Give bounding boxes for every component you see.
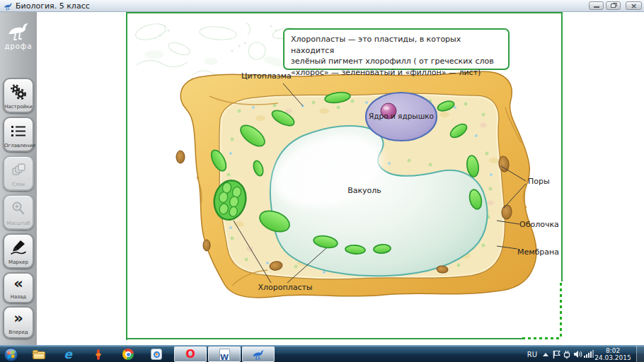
- sidebar: дрофа Настройки: [0, 12, 37, 345]
- speaker-icon: [573, 350, 582, 358]
- layers-button: Слои: [3, 156, 34, 191]
- taskbar: e O W RU: [0, 345, 644, 362]
- plug-icon: [563, 350, 571, 359]
- chrome-icon: [122, 349, 134, 360]
- label-cytoplasm: Цитоплазма: [241, 71, 292, 81]
- app-icon: [4, 1, 13, 11]
- close-icon: ×: [626, 1, 641, 11]
- minimize-button[interactable]: [589, 1, 604, 10]
- marker-button[interactable]: Маркер: [3, 233, 34, 269]
- gears-icon: [4, 82, 33, 102]
- label-pores: Поры: [528, 177, 550, 186]
- start-button[interactable]: [1, 346, 20, 362]
- taskbar-chrome-button[interactable]: [119, 346, 137, 362]
- opera-icon: O: [185, 349, 195, 360]
- taskbar-opera-button[interactable]: O: [174, 346, 207, 362]
- info-box: Хлоропласты — это пластиды, в которых на…: [283, 28, 510, 70]
- internet-explorer-icon: e: [64, 349, 72, 361]
- minimize-icon: [594, 6, 599, 8]
- app-body: дрофа Настройки: [0, 12, 644, 345]
- flag-icon: [553, 350, 560, 359]
- layers-label: Слои: [4, 182, 33, 187]
- zoom-label: Масштаб: [4, 221, 33, 226]
- frame-bottom-dotted: [522, 337, 561, 339]
- taskbar-word-button[interactable]: W: [208, 346, 241, 362]
- taskbar-ie-button[interactable]: e: [59, 346, 76, 362]
- action-center-button[interactable]: [551, 346, 561, 362]
- lesson-page: Хлоропласты — это пластиды, в которых на…: [126, 12, 563, 340]
- close-button[interactable]: ×: [626, 1, 642, 10]
- language-indicator[interactable]: RU: [525, 346, 539, 362]
- frame-right-dotted: [560, 283, 562, 338]
- network-button[interactable]: [583, 346, 594, 362]
- forward-button[interactable]: » Вперед: [3, 306, 34, 339]
- clock-date: 24.03.2015: [594, 354, 631, 361]
- frame-left: [126, 12, 127, 340]
- frame-right: [561, 12, 563, 281]
- windows-orb-icon: [4, 347, 18, 362]
- media-player-icon: [151, 349, 162, 360]
- volume-button[interactable]: [573, 346, 582, 362]
- marker-pen-icon: [4, 238, 33, 257]
- label-vacuole: Вакуоль: [340, 186, 389, 195]
- settings-button[interactable]: Настройки: [3, 78, 34, 113]
- tray-expand-button[interactable]: [541, 346, 551, 362]
- drofa-logo-text: дрофа: [0, 42, 37, 50]
- label-nucleus: Ядро и ядрышко: [366, 112, 437, 120]
- frame-top: [126, 12, 563, 13]
- layers-icon: [4, 160, 33, 180]
- title-bar: Биология. 5 класс ×: [0, 0, 644, 12]
- drofa-logo: дрофа: [0, 19, 37, 50]
- word-icon: W: [219, 349, 230, 361]
- clock[interactable]: 8:02 24.03.2015: [594, 347, 631, 361]
- taskbar-photo-app-button[interactable]: [89, 346, 108, 362]
- back-chevrons-icon: «: [13, 276, 23, 291]
- chevron-up-icon: [543, 353, 548, 356]
- window-title: Биология. 5 класс: [16, 1, 90, 11]
- drofa-taskbar-icon: [252, 348, 265, 361]
- forward-chevrons-icon: »: [13, 311, 23, 325]
- marker-label: Маркер: [4, 259, 33, 265]
- restore-button[interactable]: [606, 1, 621, 10]
- settings-label: Настройки: [4, 104, 33, 110]
- back-button[interactable]: « Назад: [3, 272, 34, 303]
- forward-label: Вперед: [4, 329, 33, 335]
- label-membrane: Мембрана: [517, 247, 559, 257]
- zoom-button: Масштаб: [3, 194, 34, 230]
- drofa-bird-icon: [6, 19, 31, 42]
- taskbar-explorer-button[interactable]: [30, 346, 48, 362]
- clock-time: 8:02: [594, 347, 631, 354]
- folder-icon: [33, 350, 45, 359]
- label-chloroplasts: Хлоропласты: [253, 283, 318, 292]
- frame-bottom: [126, 338, 522, 339]
- photo-gallery-icon: [93, 349, 104, 360]
- taskbar-media-player-button[interactable]: [147, 346, 166, 362]
- taskbar-drofa-button[interactable]: [242, 346, 275, 362]
- signal-bars-icon: [584, 350, 594, 358]
- list-icon: [4, 121, 33, 141]
- label-wall: Оболочка: [519, 220, 559, 229]
- contents-label: Оглавление: [4, 143, 33, 148]
- power-button[interactable]: [562, 346, 572, 362]
- show-desktop-button[interactable]: [636, 346, 644, 362]
- screen: Биология. 5 класс × дрофа: [0, 0, 644, 362]
- contents-button[interactable]: Оглавление: [3, 117, 34, 152]
- magnifier-plus-icon: [4, 199, 33, 218]
- back-label: Назад: [4, 294, 33, 300]
